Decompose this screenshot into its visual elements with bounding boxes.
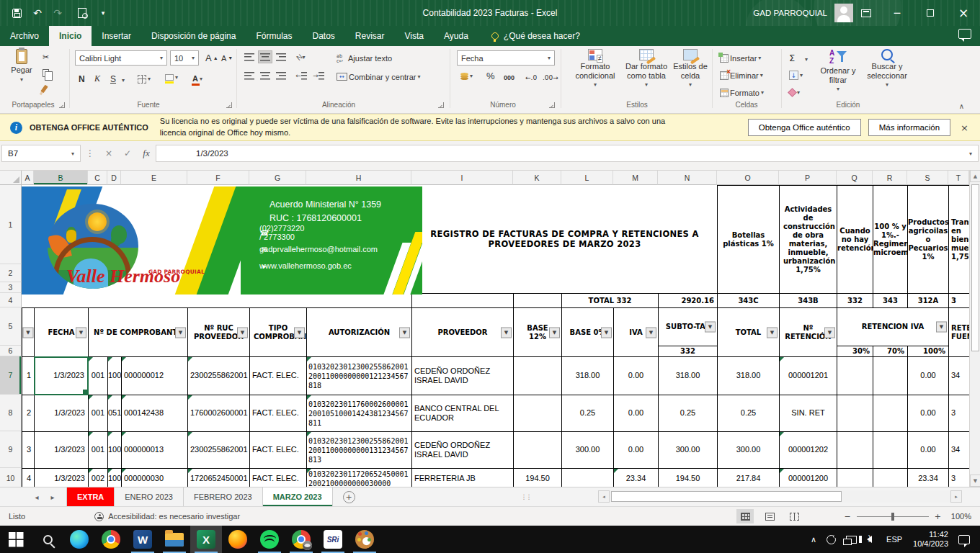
cell-P8[interactable]: SIN. RET — [779, 395, 837, 432]
cell-M10[interactable]: 23.34 — [613, 468, 659, 487]
autosum-icon[interactable]: Σ — [787, 51, 797, 65]
sheet-nav-right-icon[interactable]: ▸ — [45, 487, 61, 506]
cell-E10[interactable]: 000000030 — [121, 468, 188, 487]
sheet-tab-enero-2023[interactable]: ENERO 2023 — [115, 487, 184, 506]
col-header-A[interactable]: A — [22, 171, 34, 185]
accounting-format-icon[interactable]: ▾ — [458, 69, 475, 83]
align-center-icon[interactable] — [258, 69, 272, 82]
filter-icon[interactable]: ▼ — [646, 327, 656, 338]
cut-icon[interactable]: ✂ — [40, 50, 51, 64]
wrap-text-button[interactable]: abc↩ Ajustar texto — [334, 51, 394, 65]
cell-styles-button[interactable]: Estilos de celda▾ — [672, 49, 709, 88]
cell-Q5[interactable]: RETENCION IVA▼ — [837, 307, 949, 346]
close-button[interactable]: × — [947, 0, 980, 26]
cell-L4[interactable]: TOTAL 332 — [561, 293, 659, 308]
sheet-tab-marzo-2023[interactable]: MARZO 2023 — [263, 487, 333, 506]
cell-C9[interactable]: 001 — [88, 431, 108, 469]
clipboard-dialog-launcher[interactable] — [59, 102, 65, 108]
tab-revisar[interactable]: Revisar — [345, 26, 395, 46]
cell-A10[interactable]: 4 — [22, 468, 35, 487]
cell-O4[interactable]: 343C — [717, 293, 780, 308]
cell-H10[interactable]: 0103202301172065245000120021000000000300… — [306, 468, 412, 487]
cell-Q8[interactable] — [837, 395, 873, 432]
save-icon[interactable] — [6, 0, 27, 26]
print-preview-icon[interactable] — [72, 0, 92, 26]
font-name-select[interactable]: Calibri Light▾ — [75, 50, 167, 66]
cell-B8[interactable]: 1/3/2023 — [34, 395, 89, 432]
ribbon-display-options-icon[interactable] — [853, 0, 879, 26]
cell-K8[interactable] — [513, 395, 562, 432]
cell-T7[interactable]: 34 — [948, 356, 969, 395]
cell-I1[interactable]: REGISTRO DE FACTURAS DE COMPRA Y RETENCI… — [411, 185, 718, 294]
cell-M5[interactable]: IVA▼ — [613, 307, 659, 357]
cell-C7[interactable]: 001 — [88, 356, 108, 395]
scrollbar-resize-handle[interactable]: ⋮⋮ — [521, 487, 531, 506]
cell-F9[interactable]: 2300255862001 — [187, 431, 250, 469]
cell-S8[interactable]: 0.00 — [907, 395, 949, 432]
col-header-C[interactable]: C — [88, 171, 107, 185]
tray-expand-icon[interactable]: ∧ — [806, 526, 821, 553]
col-header-R[interactable]: R — [873, 171, 907, 185]
number-dialog-launcher[interactable] — [549, 102, 555, 108]
hscroll-right-icon[interactable]: ▸ — [950, 490, 962, 503]
autosum-dropdown-icon[interactable]: ▾ — [803, 53, 810, 66]
cell-A5[interactable]: ▼ — [22, 307, 35, 357]
fill-icon[interactable]: ↓▾ — [787, 68, 805, 82]
col-header-E[interactable]: E — [121, 171, 187, 185]
cell-E7[interactable]: 000000012 — [121, 356, 188, 395]
cell-T1[interactable]: Transferencia en bienes muebles 1,75% — [948, 185, 969, 294]
cell-L9[interactable]: 300.00 — [561, 431, 614, 469]
col-header-M[interactable]: M — [613, 171, 658, 185]
col-header-T[interactable]: T — [948, 171, 969, 185]
action-center-icon[interactable] — [958, 535, 970, 544]
cell-B9[interactable]: 1/3/2023 — [34, 431, 89, 469]
row-header-6[interactable]: 6 — [0, 346, 22, 356]
name-box[interactable]: B7▾ — [1, 145, 81, 162]
filter-icon[interactable]: ▼ — [601, 327, 612, 338]
tab-ayuda[interactable]: Ayuda — [434, 26, 478, 46]
cell-S1[interactable]: Productos agricoilas o Pecuarios 1% — [907, 185, 949, 294]
decrease-decimal-icon[interactable]: .00→ — [540, 71, 561, 84]
cell-I7[interactable]: CEDEÑO ORDOÑEZ ISRAEL DAVID — [411, 356, 514, 395]
tab-archivo[interactable]: Archivo — [0, 26, 49, 46]
cell-I5[interactable]: PROVEEDOR▼ — [411, 307, 514, 357]
horizontal-scrollbar[interactable]: ◂ ▸ — [598, 490, 962, 503]
cell-M9[interactable]: 0.00 — [613, 431, 659, 469]
cell-B7[interactable]: 1/3/2023 — [34, 356, 89, 395]
taskbar-explorer-icon[interactable] — [159, 526, 190, 553]
cell-R1[interactable]: 100 % y 1%.- Regimen microempresa — [873, 185, 908, 294]
cell-H5[interactable]: AUTORIZACIÓN▼ — [306, 307, 412, 357]
cell-F5[interactable]: Nº RUC PROVEEDOR▼ — [187, 307, 250, 357]
cell-S10[interactable]: 23.34 — [907, 468, 949, 487]
format-painter-icon[interactable] — [40, 82, 48, 96]
align-right-icon[interactable] — [274, 69, 288, 82]
decrease-indent-icon[interactable]: ← — [294, 69, 308, 82]
cell-R10[interactable] — [873, 468, 908, 487]
italic-button[interactable]: K — [92, 72, 102, 86]
col-header-L[interactable]: L — [561, 171, 613, 185]
cell-O10[interactable]: 217.84 — [717, 468, 780, 487]
increase-decimal-icon[interactable]: ←.0 — [523, 71, 539, 84]
cell-T4[interactable]: 3 — [948, 293, 969, 308]
cell-P10[interactable]: 000001200 — [779, 468, 837, 487]
cell-P5[interactable]: Nº RETENCIÓN▼ — [779, 307, 837, 357]
cell-E8[interactable]: 000142438 — [121, 395, 188, 432]
filter-icon[interactable]: ▼ — [237, 327, 248, 338]
filter-icon[interactable]: ▼ — [175, 327, 186, 338]
accessibility-status[interactable]: Accesibilidad: es necesario investigar — [108, 512, 240, 521]
row-header-4[interactable]: 4 — [0, 293, 22, 307]
confirm-entry-icon[interactable]: ✓ — [118, 145, 137, 162]
taskbar-chrome-profile-icon[interactable] — [285, 526, 317, 553]
minimize-button[interactable]: ─ — [881, 0, 914, 26]
align-middle-icon[interactable] — [258, 50, 272, 63]
cell-N5[interactable]: SUBTO-TAL▼ — [658, 307, 718, 346]
bold-button[interactable]: N — [76, 72, 87, 86]
language-indicator[interactable]: ESP — [881, 526, 907, 553]
zoom-level[interactable]: 100% — [947, 512, 971, 521]
cell-S4[interactable]: 312A — [907, 293, 949, 308]
cell-K4[interactable] — [513, 293, 562, 308]
copy-icon[interactable] — [40, 66, 51, 80]
cell-I8[interactable]: BANCO CENTRAL DEL ECUADOR — [411, 395, 514, 432]
delete-cells-button[interactable]: Eliminar▾ — [718, 68, 765, 82]
sheet-tab-febrero-2023[interactable]: FEBRERO 2023 — [184, 487, 263, 506]
